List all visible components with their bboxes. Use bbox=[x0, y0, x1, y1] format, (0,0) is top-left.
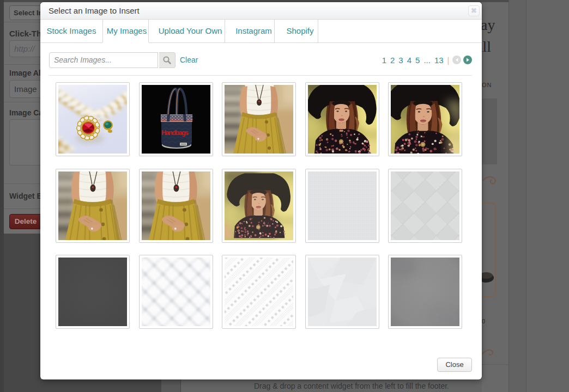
svg-text:Handbags: Handbags bbox=[161, 129, 189, 137]
